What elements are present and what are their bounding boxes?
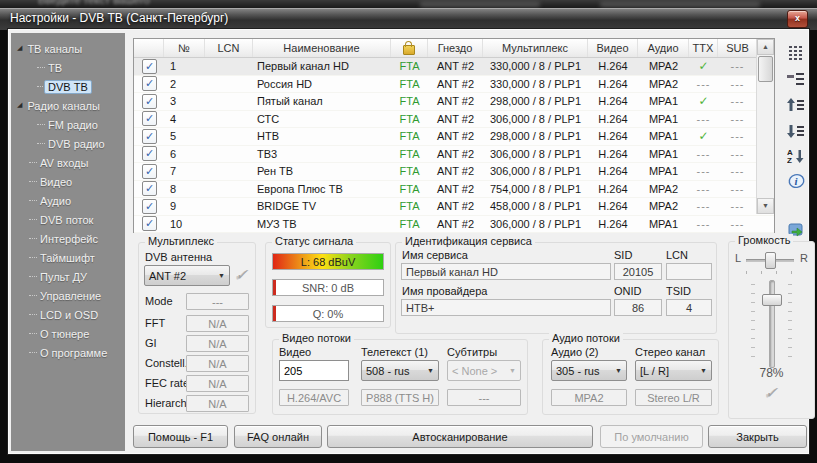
cell-num: 5 <box>164 130 205 142</box>
sidebar-item[interactable]: FM радио <box>11 115 125 134</box>
move-down-icon[interactable] <box>784 122 808 140</box>
sidebar-item[interactable]: Видео <box>11 172 125 191</box>
antenna-label: DVB антенна <box>145 251 212 263</box>
channel-row[interactable]: ✓4СТСFTAANT #2306,000 / 8 / PLP1H.264MPA… <box>134 111 774 129</box>
channel-checkbox[interactable]: ✓ <box>142 111 157 126</box>
close-button[interactable]: Закрыть <box>708 425 807 448</box>
multiplex-field-label: FEC rate <box>145 377 189 389</box>
sidebar-item[interactable]: Таймшифт <box>11 248 125 267</box>
cell-num: 4 <box>164 113 205 125</box>
multiplex-group: Мультиплекс DVB антенна ANT #2 ▼ ✓ Mode-… <box>138 242 256 414</box>
channel-row[interactable]: ✓10МУЗ ТВFTAANT #2306,000 / 8 / PLP1H.26… <box>134 216 774 234</box>
subtitles-select[interactable]: < None > ▼ <box>447 360 521 381</box>
channel-checkbox[interactable]: ✓ <box>142 129 157 144</box>
autoscan-button[interactable]: Автосканирование <box>327 425 593 448</box>
channel-row[interactable]: ✓7Рен ТВFTAANT #2306,000 / 8 / PLP1H.264… <box>134 163 774 181</box>
channel-row[interactable]: ✓1Первый канал HDFTAANT #2330,000 / 8 / … <box>134 58 774 76</box>
column-video[interactable]: Видео <box>588 39 638 57</box>
sidebar-item[interactable]: Управление <box>11 286 125 305</box>
channel-row[interactable]: ✓3Пятый каналFTAANT #2298,000 / 8 / PLP1… <box>134 93 774 111</box>
antenna-apply-check-icon[interactable]: ✓ <box>235 265 248 284</box>
antenna-select[interactable]: ANT #2 ▼ <box>144 265 230 286</box>
column-socket[interactable]: Гнездо <box>428 39 483 57</box>
cell-name: Рен ТВ <box>253 165 391 177</box>
column-ttx[interactable]: TTX <box>689 39 718 57</box>
teletext-select[interactable]: 508 - rus ▼ <box>361 360 439 381</box>
column-checkbox[interactable] <box>134 39 164 57</box>
sidebar-item[interactable]: LCD и OSD <box>11 305 125 324</box>
help-button[interactable]: Помощь - F1 <box>133 425 228 448</box>
chevron-down-icon: ▼ <box>509 367 516 374</box>
audio-select[interactable]: 305 - rus ▼ <box>551 360 627 381</box>
column-sub[interactable]: SUB <box>718 39 757 57</box>
sidebar-item[interactable]: DVB радио <box>11 134 125 153</box>
checkbox-cell: ✓ <box>134 76 164 91</box>
scroll-down-icon[interactable]: ▼ <box>757 198 774 214</box>
sidebar-item[interactable]: О тюнере <box>11 324 125 343</box>
sidebar-item[interactable]: DVB ТВ <box>11 77 125 96</box>
column-mux[interactable]: Мультиплекс <box>483 39 588 57</box>
channel-checkbox[interactable]: ✓ <box>142 164 157 179</box>
tree-expander-icon[interactable]: ◢ <box>17 101 22 109</box>
channel-checkbox[interactable]: ✓ <box>142 181 157 196</box>
channel-row[interactable]: ✓9BRIDGE TVFTAANT #2458,000 / 8 / PLP1H.… <box>134 198 774 216</box>
column-name[interactable]: Наименование <box>253 39 391 57</box>
channel-row[interactable]: ✓8Европа Плюс ТВFTAANT #2754,000 / 8 / P… <box>134 181 774 199</box>
video-pid-input[interactable] <box>279 360 349 381</box>
channel-checkbox[interactable]: ✓ <box>142 94 157 109</box>
scroll-up-icon[interactable]: ▲ <box>757 39 774 55</box>
channel-checkbox[interactable]: ✓ <box>142 146 157 161</box>
channel-row[interactable]: ✓6ТВ3FTAANT #2306,000 / 8 / PLP1H.264MPA… <box>134 146 774 164</box>
tree-expander-icon[interactable]: ◢ <box>17 44 22 52</box>
sidebar-item[interactable]: Пульт ДУ <box>11 267 125 286</box>
checkbox-cell: ✓ <box>134 181 164 196</box>
column-lcn[interactable]: LCN <box>205 39 253 57</box>
cell-num: 2 <box>164 78 205 90</box>
cell-socket: ANT #2 <box>428 78 483 90</box>
volume-apply-check-icon[interactable]: ✓ <box>729 383 814 402</box>
table-scrollbar[interactable]: ▲ ▼ <box>756 39 774 214</box>
close-window-button[interactable]: x <box>787 10 808 28</box>
channel-checkbox[interactable]: ✓ <box>142 76 157 91</box>
tsid-label: TSID <box>666 285 691 297</box>
remove-channel-icon[interactable] <box>784 70 808 88</box>
sidebar-item[interactable]: О программе <box>11 343 125 362</box>
cell-access: FTA <box>391 95 428 107</box>
channel-checkbox[interactable]: ✓ <box>142 199 157 214</box>
stereo-select[interactable]: [L / R] ▼ <box>635 360 712 381</box>
sidebar-item[interactable]: Аудио <box>11 191 125 210</box>
balance-slider-thumb[interactable] <box>765 252 776 269</box>
column-lock[interactable] <box>391 39 428 57</box>
faq-button[interactable]: FAQ онлайн <box>234 425 322 448</box>
cell-socket: ANT #2 <box>428 148 483 160</box>
volume-slider-thumb[interactable] <box>762 294 782 306</box>
channel-row[interactable]: ✓5НТВFTAANT #2298,000 / 8 / PLP1H.264MPA… <box>134 128 774 146</box>
cell-sub: --- <box>718 113 757 125</box>
cell-ttx: ✓ <box>689 129 718 143</box>
sidebar-item[interactable]: AV входы <box>11 153 125 172</box>
channel-table-body: ✓1Первый канал HDFTAANT #2330,000 / 8 / … <box>134 58 774 233</box>
sidebar-item[interactable]: ◢ТВ каналы <box>11 39 125 58</box>
sidebar-item[interactable]: ◢Радио каналы <box>11 96 125 115</box>
video-streams-title: Видео потоки <box>279 332 354 344</box>
sidebar-item[interactable]: ТВ <box>11 58 125 77</box>
scrollbar-thumb[interactable] <box>758 56 773 82</box>
channel-row[interactable]: ✓2Россия HDFTAANT #2330,000 / 8 / PLP1H.… <box>134 76 774 94</box>
sidebar-item-label: DVB поток <box>40 214 93 226</box>
column-num[interactable]: № <box>164 39 205 57</box>
channel-info-icon[interactable]: i <box>784 172 808 190</box>
move-up-icon[interactable] <box>784 96 808 114</box>
sidebar-item[interactable]: Интерфейс <box>11 229 125 248</box>
sort-az-icon[interactable]: A Z <box>784 147 808 165</box>
channel-checkbox[interactable]: ✓ <box>142 216 157 231</box>
chevron-down-icon: ▼ <box>218 272 225 279</box>
title-bar[interactable]: Настройки - DVB ТВ (Санкт-Петербург) x <box>0 8 817 30</box>
sidebar-item-label: Таймшифт <box>40 252 95 264</box>
cell-access: FTA <box>391 218 428 230</box>
cell-audio: MPA1 <box>638 95 689 107</box>
column-audio[interactable]: Аудио <box>638 39 689 57</box>
channel-list-icon[interactable] <box>784 44 808 62</box>
sidebar-item[interactable]: DVB поток <box>11 210 125 229</box>
chevron-down-icon: ▼ <box>700 367 707 374</box>
channel-checkbox[interactable]: ✓ <box>142 59 157 74</box>
